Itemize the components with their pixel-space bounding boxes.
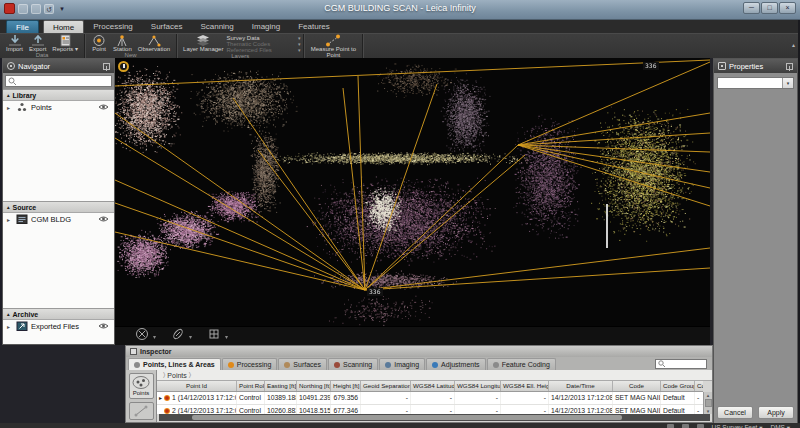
inspector-tab-feature-coding[interactable]: Feature Coding xyxy=(487,358,556,370)
column-header-date-time[interactable]: Date/Time xyxy=(549,381,613,391)
vertical-scrollbar[interactable]: ▴▾ xyxy=(703,392,712,414)
horizontal-scrollbar[interactable] xyxy=(159,414,710,421)
tab-scanning[interactable]: Scanning xyxy=(191,20,242,33)
section-header-library[interactable]: ▴Library xyxy=(3,89,114,101)
layers-dropdown-list: Survey Data▾Thematic Codes▾Referenced Fi… xyxy=(226,34,300,53)
column-header-height-ft[interactable]: Height [ft] xyxy=(331,381,361,391)
import-button[interactable]: Import xyxy=(3,34,26,52)
status-icon[interactable] xyxy=(697,424,704,428)
tab-surfaces[interactable]: Surfaces xyxy=(142,20,192,33)
cell-point-role: Control xyxy=(237,405,265,414)
compass-icon[interactable] xyxy=(118,61,129,72)
cell-code: SET MAG NAIL xyxy=(613,392,661,404)
properties-icon xyxy=(718,62,726,70)
status-icon[interactable] xyxy=(667,424,674,428)
chevron-down-icon[interactable]: ▾ xyxy=(782,78,793,88)
inspector-tab-points-lines-areas[interactable]: Points, Lines & Areas xyxy=(128,358,221,370)
ribbon-collapse-icon[interactable]: ▴ xyxy=(792,41,795,48)
inspector-tab-imaging[interactable]: Imaging xyxy=(379,358,425,370)
measure-point-to-point-button[interactable]: Measure Point to Point xyxy=(307,34,359,58)
chevron-down-icon[interactable]: ▾ xyxy=(225,333,228,340)
table-row[interactable]: ▸1 (14/12/2013 17:12:08)Control10389.188… xyxy=(157,392,703,405)
nav-item-exported-files[interactable]: ▸Exported Files xyxy=(3,320,114,333)
inspector-search[interactable] xyxy=(655,359,707,369)
apply-button[interactable]: Apply xyxy=(758,406,794,419)
column-header-wgs84-longitude[interactable]: WGS84 Longitude [°] xyxy=(455,381,501,391)
minimize-button[interactable]: ─ xyxy=(743,2,760,14)
tab-imaging[interactable]: Imaging xyxy=(243,20,289,33)
maximize-button[interactable]: □ xyxy=(761,2,778,14)
view-settings-button[interactable]: ▾ xyxy=(207,327,228,345)
station-button[interactable]: Station xyxy=(110,34,135,52)
status-icon[interactable] xyxy=(682,424,689,428)
column-header-northing-ft[interactable]: Northing [ft] xyxy=(297,381,331,391)
column-header-wgs84-ell-height-ft[interactable]: WGS84 Ell. Height [ft] xyxy=(501,381,549,391)
nav-item-points[interactable]: ▸Points xyxy=(3,101,114,114)
point-cloud-canvas[interactable] xyxy=(115,58,710,345)
breadcrumb-item[interactable]: Points xyxy=(167,372,186,379)
cell-date-time: 14/12/2013 17:12:08 xyxy=(549,405,613,414)
attachment-button[interactable]: ▾ xyxy=(171,327,192,345)
column-header-code[interactable]: Code xyxy=(613,381,661,391)
breadcrumb[interactable]: 〉 Points 〉 xyxy=(157,370,712,381)
expander-icon[interactable]: ▸ xyxy=(7,216,13,223)
cell-point-id: 2 (14/12/2013 17:12:08) xyxy=(157,405,237,414)
visibility-eye-icon[interactable] xyxy=(98,103,109,113)
side-tab-points[interactable]: Points xyxy=(129,373,154,399)
ribbon-group-data: ImportExportReports ▾Data xyxy=(0,34,85,58)
nav-item-cgm-bldg[interactable]: ▸CGM BLDG xyxy=(3,213,114,226)
inspector-tab-surfaces[interactable]: Surfaces xyxy=(278,358,327,370)
tab-features[interactable]: Features xyxy=(289,20,339,33)
tab-home[interactable]: Home xyxy=(43,20,84,33)
column-header-easting-ft[interactable]: Easting [ft] xyxy=(265,381,297,391)
column-header-co[interactable]: Co xyxy=(695,381,703,391)
row-expander-icon[interactable]: ▸ xyxy=(159,395,162,401)
section-header-source[interactable]: ▴Source xyxy=(3,201,114,213)
section-header-archive[interactable]: ▴Archive xyxy=(3,308,114,320)
expander-icon[interactable]: ▸ xyxy=(7,104,13,111)
orbit-view-button[interactable]: ▾ xyxy=(135,327,156,345)
pin-icon[interactable] xyxy=(786,63,793,70)
reports-icon xyxy=(57,34,73,46)
status-item-dms[interactable]: DMS ▾ xyxy=(770,423,790,428)
table-row[interactable]: 2 (14/12/2013 17:12:08)Control10260.8831… xyxy=(157,405,703,414)
titlebar: ↺ ▾ CGM BUILDING SCAN - Leica Infinity ─… xyxy=(0,0,800,20)
navigator-search[interactable] xyxy=(5,75,112,87)
export-button[interactable]: Export xyxy=(26,34,49,52)
dock-area xyxy=(0,345,125,423)
cell-wgs84-longitude: - xyxy=(455,405,501,414)
layer-manager-button[interactable]: Layer Manager xyxy=(180,34,226,52)
close-button[interactable]: × xyxy=(779,2,796,14)
navigator-search-input[interactable] xyxy=(18,78,109,85)
properties-dropdown[interactable]: ▾ xyxy=(717,77,794,89)
chevron-down-icon[interactable]: ▾ xyxy=(189,333,192,340)
inspector-tab-scanning[interactable]: Scanning xyxy=(328,358,378,370)
column-header-geoid-separation-ft[interactable]: Geoid Separation [ft] xyxy=(361,381,411,391)
chevron-down-icon[interactable]: ▾ xyxy=(153,333,156,340)
inspector-icon xyxy=(130,348,137,355)
column-header-point-role[interactable]: Point Role xyxy=(237,381,265,391)
inspector-search-input[interactable] xyxy=(667,361,704,368)
pin-icon[interactable] xyxy=(103,63,110,70)
section-label: Archive xyxy=(13,311,39,318)
column-header-point-id[interactable]: Point Id xyxy=(157,381,237,391)
inspector-tab-processing[interactable]: Processing xyxy=(222,358,278,370)
cancel-button[interactable]: Cancel xyxy=(717,406,753,419)
3d-viewport[interactable]: ▾▾▾ xyxy=(115,58,710,345)
column-header-code-group[interactable]: Code Group xyxy=(661,381,695,391)
expander-icon[interactable]: ▸ xyxy=(7,323,13,330)
observation-button[interactable]: Observation xyxy=(135,34,173,52)
visibility-eye-icon[interactable] xyxy=(98,215,109,225)
visibility-eye-icon[interactable] xyxy=(98,322,109,332)
feature-coding-icon xyxy=(493,362,499,368)
point-button[interactable]: Point xyxy=(88,34,110,52)
observation-icon xyxy=(146,34,162,46)
reports-button[interactable]: Reports ▾ xyxy=(49,34,81,52)
cell-easting-ft: 10260.883 xyxy=(265,405,297,414)
tab-processing[interactable]: Processing xyxy=(84,20,142,33)
side-tab-lines[interactable] xyxy=(129,402,154,420)
column-header-wgs84-latitude[interactable]: WGS84 Latitude [°] xyxy=(411,381,455,391)
inspector-tab-adjustments[interactable]: Adjustments xyxy=(426,358,486,370)
tab-file[interactable]: File xyxy=(6,20,39,33)
status-item-us-survey-feet[interactable]: US Survey Feet ▾ xyxy=(712,423,763,428)
